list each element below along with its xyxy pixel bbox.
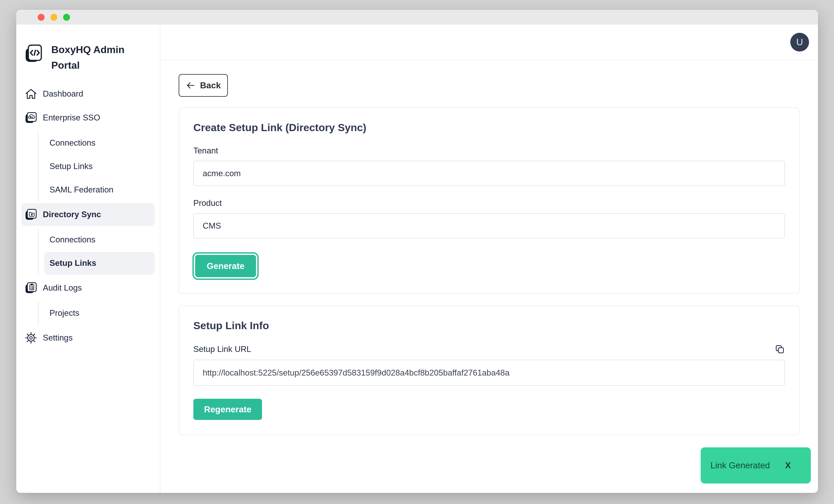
- minimize-window-button[interactable]: [50, 14, 57, 21]
- sidebar-item-projects[interactable]: Projects: [44, 302, 155, 325]
- sidebar-item-settings[interactable]: Settings: [21, 327, 155, 349]
- app-window: BoxyHQ Admin Portal Dashboard: [16, 10, 818, 493]
- sidebar-item-label: Setup Links: [49, 162, 92, 171]
- sidebar-item-directory-setup-links[interactable]: Setup Links: [44, 252, 155, 275]
- boxyhq-logo-icon: [24, 42, 43, 65]
- user-avatar[interactable]: U: [790, 33, 809, 51]
- sidebar-item-label: Enterprise SSO: [43, 113, 100, 123]
- sidebar-item-label: Setup Links: [49, 259, 96, 268]
- product-label: Product: [193, 198, 785, 208]
- audit-subnav: Projects: [38, 302, 155, 325]
- product-input[interactable]: [193, 213, 785, 238]
- avatar-initial: U: [796, 37, 803, 47]
- sidebar-item-label: Audit Logs: [43, 283, 82, 292]
- main-area: U Back Create Setup Link (Directory Sync: [160, 24, 818, 493]
- setup-link-url-label: Setup Link URL: [193, 345, 251, 354]
- regenerate-button[interactable]: Regenerate: [193, 399, 262, 420]
- copy-url-button[interactable]: [775, 344, 785, 354]
- sidebar-item-enterprise-sso[interactable]: Enterprise SSO: [21, 106, 155, 129]
- sidebar-item-label: Directory Sync: [43, 210, 101, 219]
- sidebar-item-directory-connections[interactable]: Connections: [44, 228, 155, 251]
- sidebar-nav: Dashboard En: [21, 83, 155, 350]
- create-setup-link-card: Create Setup Link (Directory Sync) Tenan…: [179, 108, 800, 294]
- back-label: Back: [200, 81, 221, 90]
- sidebar-item-directory-sync[interactable]: Directory Sync: [21, 203, 155, 226]
- sidebar-item-label: Settings: [43, 333, 73, 343]
- sidebar-item-dashboard[interactable]: Dashboard: [21, 83, 155, 105]
- tenant-label: Tenant: [193, 146, 785, 155]
- audit-keycap-icon: [24, 282, 38, 294]
- maximize-window-button[interactable]: [63, 14, 70, 21]
- window-titlebar: [16, 10, 818, 24]
- sidebar-item-saml-federation[interactable]: SAML Federation: [44, 178, 155, 201]
- logo-row[interactable]: BoxyHQ Admin Portal: [21, 42, 155, 73]
- sidebar-item-sso-connections[interactable]: Connections: [44, 132, 155, 154]
- app-title: BoxyHQ Admin Portal: [51, 42, 129, 73]
- back-button[interactable]: Back: [179, 74, 228, 97]
- arrow-left-icon: [186, 81, 196, 90]
- sidebar-item-label: Connections: [49, 138, 95, 148]
- sidebar-item-label: SAML Federation: [49, 185, 113, 195]
- card-title: Setup Link Info: [193, 319, 785, 332]
- toast-close-button[interactable]: X: [784, 461, 792, 470]
- sidebar-item-label: Projects: [49, 308, 80, 318]
- close-window-button[interactable]: [38, 14, 45, 21]
- card-title: Create Setup Link (Directory Sync): [193, 121, 785, 134]
- sidebar-item-sso-setup-links[interactable]: Setup Links: [44, 155, 155, 178]
- top-header: U: [160, 24, 818, 60]
- directory-subnav: Connections Setup Links: [38, 228, 155, 275]
- setup-link-info-card: Setup Link Info Setup Link URL: [179, 306, 800, 435]
- generate-button[interactable]: Generate: [195, 255, 256, 277]
- setup-link-url-input[interactable]: [193, 360, 785, 386]
- sidebar-item-label: Dashboard: [43, 89, 83, 98]
- sso-keycap-icon: [24, 111, 38, 124]
- page-content: Back Create Setup Link (Directory Sync) …: [160, 60, 818, 493]
- directory-keycap-icon: [24, 208, 38, 221]
- tenant-input[interactable]: [193, 161, 785, 186]
- home-icon: [24, 88, 38, 100]
- sso-subnav: Connections Setup Links SAML Federation: [38, 132, 155, 202]
- sidebar: BoxyHQ Admin Portal Dashboard: [16, 24, 160, 493]
- toast-link-generated: Link Generated X: [701, 447, 811, 483]
- toast-message: Link Generated: [710, 461, 770, 470]
- gear-icon: [24, 332, 38, 344]
- sidebar-item-audit-logs[interactable]: Audit Logs: [21, 277, 155, 299]
- sidebar-item-label: Connections: [49, 235, 95, 244]
- copy-icon: [775, 344, 785, 354]
